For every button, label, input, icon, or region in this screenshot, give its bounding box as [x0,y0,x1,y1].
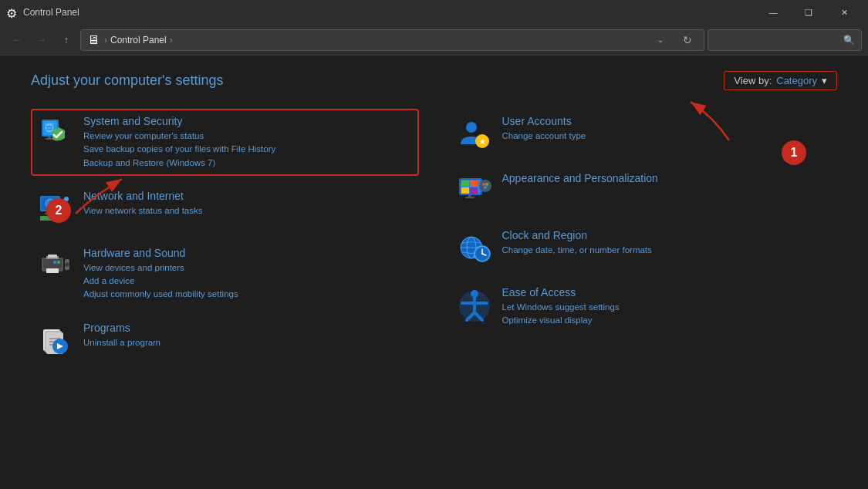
view-by-dropdown[interactable]: View by: Category ▾ [724,71,837,90]
clock-text: Clock and Region Change date, time, or n… [502,229,832,257]
svg-point-24 [57,261,60,264]
svg-rect-43 [470,180,478,187]
system-security-icon [37,115,74,152]
svg-rect-45 [470,187,478,194]
ease-icon [456,286,493,323]
svg-point-50 [485,183,488,186]
category-programs[interactable]: Programs Uninstall a program [31,315,419,365]
system-security-link-2[interactable]: Save backup copies of your files with Fi… [83,143,413,156]
programs-title[interactable]: Programs [83,322,413,334]
ease-text: Ease of Access Let Windows suggest setti… [502,286,832,328]
back-button[interactable]: ← [6,29,28,51]
svg-rect-22 [48,255,57,258]
hardware-icon [37,247,74,284]
category-ease[interactable]: Ease of Access Let Windows suggest setti… [450,280,838,334]
category-network[interactable]: Network and Internet View network status… [31,184,419,233]
svg-rect-44 [461,187,469,194]
user-accounts-icon: ★ [456,115,493,152]
address-path-label: Control Panel [110,35,167,46]
view-by-value: Category [776,75,817,86]
window-title: Control Panel [23,7,79,18]
address-bar[interactable]: 🖥 › Control Panel › ⌄ ↻ [80,29,704,51]
forward-button[interactable]: → [31,29,52,51]
view-by-arrow: ▾ [822,75,827,86]
left-categories: System and Security Review your computer… [31,109,419,365]
address-path-end: › [170,35,173,46]
svg-rect-23 [46,268,59,273]
appearance-icon [456,172,493,209]
right-categories: ★ User Accounts Change account type [450,109,838,365]
user-accounts-link-1[interactable]: Change account type [502,130,832,143]
svg-point-59 [481,253,483,255]
svg-point-37 [466,122,477,133]
hardware-link-3[interactable]: Adjust commonly used mobility settings [83,288,413,301]
category-clock[interactable]: Clock and Region Change date, time, or n… [450,223,838,272]
ease-link-2[interactable]: Optimize visual display [502,314,832,327]
clock-icon [456,229,493,266]
titlebar: ⚙ Control Panel — ❑ ✕ [0,0,868,25]
svg-text:★: ★ [478,137,485,146]
svg-rect-20 [43,259,62,268]
category-hardware[interactable]: Hardware and Sound View devices and prin… [31,241,419,308]
programs-icon [37,322,74,359]
categories-grid: System and Security Review your computer… [31,109,837,365]
svg-point-25 [53,261,56,264]
clock-title[interactable]: Clock and Region [502,229,832,241]
page-title: Adjust your computer's settings [31,73,224,89]
maximize-button[interactable]: ❑ [791,0,826,25]
appearance-text: Appearance and Personalization [502,172,832,187]
search-icon[interactable]: 🔍 [843,35,855,46]
hardware-text: Hardware and Sound View devices and prin… [83,247,413,302]
hardware-link-1[interactable]: View devices and printers [83,261,413,275]
programs-link-1[interactable]: Uninstall a program [83,336,413,349]
hardware-link-2[interactable]: Add a device [83,275,413,288]
programs-text: Programs Uninstall a program [83,322,413,349]
address-dropdown-arrow[interactable]: ⌄ [657,35,673,44]
ease-link-1[interactable]: Let Windows suggest settings [502,301,832,314]
address-separator: › [104,35,107,46]
hardware-title[interactable]: Hardware and Sound [83,247,413,259]
svg-point-65 [459,291,490,322]
up-button[interactable]: ↑ [56,29,77,51]
svg-point-15 [64,197,69,201]
category-system-security[interactable]: System and Security Review your computer… [31,109,419,176]
search-bar[interactable]: 🔍 [708,29,862,51]
user-accounts-title[interactable]: User Accounts [502,115,832,127]
app-icon: ⚙ [6,6,19,19]
svg-point-17 [61,201,66,206]
system-security-text: System and Security Review your computer… [83,115,413,170]
svg-point-49 [482,183,485,186]
ease-title[interactable]: Ease of Access [502,286,832,298]
refresh-button[interactable]: ↻ [677,30,697,50]
svg-rect-5 [46,138,53,140]
network-title[interactable]: Network and Internet [83,190,413,202]
navbar: ← → ↑ 🖥 › Control Panel › ⌄ ↻ 🔍 [0,25,868,56]
page-header: Adjust your computer's settings View by:… [31,71,837,90]
category-user-accounts[interactable]: ★ User Accounts Change account type [450,109,838,158]
search-input[interactable] [714,35,843,46]
system-security-link-1[interactable]: Review your computer's status [83,130,413,143]
main-content: Adjust your computer's settings View by:… [0,56,868,489]
svg-rect-12 [45,213,54,214]
titlebar-left: ⚙ Control Panel [6,6,79,19]
minimize-button[interactable]: — [755,0,791,25]
network-icon [37,190,74,227]
close-button[interactable]: ✕ [826,0,862,25]
svg-rect-18 [40,216,60,221]
clock-link-1[interactable]: Change date, time, or number formats [502,244,832,257]
path-icon: 🖥 [87,33,100,47]
user-accounts-text: User Accounts Change account type [502,115,832,143]
address-bar-content: › Control Panel › [104,35,653,46]
view-by-label: View by: [734,75,772,86]
network-text: Network and Internet View network status… [83,190,413,218]
network-link-1[interactable]: View network status and tasks [83,204,413,218]
titlebar-controls: — ❑ ✕ [755,0,862,25]
svg-rect-47 [465,197,475,198]
appearance-title[interactable]: Appearance and Personalization [502,172,832,184]
category-appearance[interactable]: Appearance and Personalization [450,166,838,215]
svg-point-51 [484,186,487,189]
svg-rect-42 [461,180,469,187]
system-security-link-3[interactable]: Backup and Restore (Windows 7) [83,157,413,170]
svg-point-28 [66,263,69,265]
system-security-title[interactable]: System and Security [83,115,413,127]
